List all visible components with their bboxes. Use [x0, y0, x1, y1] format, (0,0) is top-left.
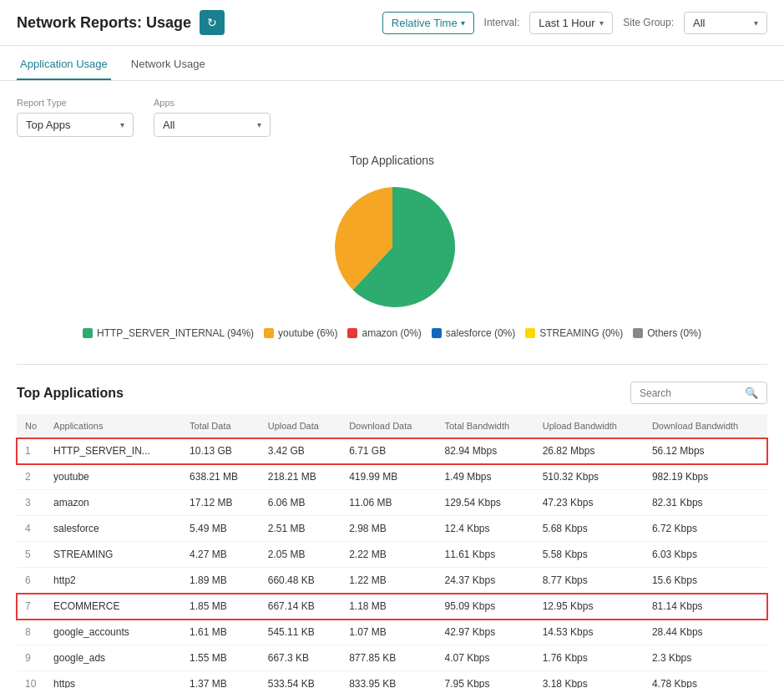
- report-type-group: Report Type Top Apps ▾: [17, 98, 134, 137]
- pie-chart: [326, 180, 459, 314]
- table-row[interactable]: 8 google_accounts 1.61 MB 545.11 KB 1.07…: [17, 620, 767, 645]
- section-divider: [17, 364, 767, 365]
- cell-download: 1.18 MB: [341, 594, 436, 620]
- refresh-button[interactable]: ↻: [200, 10, 225, 35]
- table-column-headers: No Applications Total Data Upload Data D…: [17, 414, 767, 438]
- cell-total-bw: 42.97 Kbps: [436, 620, 534, 645]
- cell-upload-bw: 510.32 Kbps: [534, 464, 644, 490]
- cell-app: youtube: [45, 464, 181, 490]
- cell-upload: 2.51 MB: [260, 516, 341, 542]
- cell-total-bw: 95.09 Kbps: [436, 594, 534, 620]
- cell-total-bw: 7.95 Kbps: [436, 671, 534, 689]
- time-filter-label: Relative Time: [392, 17, 458, 29]
- cell-upload: 3.42 GB: [260, 438, 341, 464]
- cell-total-bw: 12.4 Kbps: [436, 516, 534, 542]
- cell-download-bw: 28.44 Kbps: [644, 620, 767, 645]
- cell-download: 1.07 MB: [341, 620, 436, 645]
- cell-no: 4: [17, 516, 45, 542]
- cell-upload: 533.54 KB: [260, 671, 341, 689]
- legend-label-4: STREAMING (0%): [539, 327, 623, 339]
- cell-app: google_accounts: [45, 620, 181, 645]
- cell-total: 638.21 MB: [181, 464, 260, 490]
- legend-label-3: salesforce (0%): [446, 327, 515, 339]
- table-row[interactable]: 3 amazon 17.12 MB 6.06 MB 11.06 MB 129.5…: [17, 490, 767, 516]
- cell-no: 7: [17, 594, 45, 620]
- table-row[interactable]: 6 http2 1.89 MB 660.48 KB 1.22 MB 24.37 …: [17, 568, 767, 594]
- cell-upload-bw: 1.76 Kbps: [534, 645, 644, 671]
- cell-total-bw: 82.94 Mbps: [436, 438, 534, 464]
- table-title: Top Applications: [17, 386, 124, 401]
- page-title: Network Reports: Usage: [17, 14, 191, 32]
- cell-upload: 218.21 MB: [260, 464, 341, 490]
- site-group-dropdown[interactable]: All ▾: [684, 12, 767, 34]
- cell-upload-bw: 3.18 Kbps: [534, 671, 644, 689]
- cell-download: 419.99 MB: [341, 464, 436, 490]
- search-icon: 🔍: [745, 387, 758, 399]
- chevron-down-icon: ▾: [754, 18, 758, 28]
- cell-app: ECOMMERCE: [45, 594, 181, 620]
- table-row[interactable]: 1 HTTP_SERVER_IN... 10.13 GB 3.42 GB 6.7…: [17, 438, 767, 464]
- tab-network-usage[interactable]: Network Usage: [128, 49, 209, 80]
- cell-upload: 667.3 KB: [260, 645, 341, 671]
- cell-no: 5: [17, 542, 45, 568]
- cell-download-bw: 56.12 Mbps: [644, 438, 767, 464]
- interval-value: Last 1 Hour: [539, 17, 594, 29]
- legend-color-2: [347, 328, 357, 338]
- table-row[interactable]: 10 https 1.37 MB 533.54 KB 833.95 KB 7.9…: [17, 671, 767, 689]
- col-total-bandwidth: Total Bandwidth: [436, 414, 534, 438]
- cell-download: 1.22 MB: [341, 568, 436, 594]
- cell-upload: 660.48 KB: [260, 568, 341, 594]
- legend-item-2: amazon (0%): [347, 327, 421, 339]
- cell-app: salesforce: [45, 516, 181, 542]
- cell-upload-bw: 26.82 Mbps: [534, 438, 644, 464]
- cell-download-bw: 6.03 Kbps: [644, 542, 767, 568]
- col-download-data: Download Data: [341, 414, 436, 438]
- apps-value: All: [163, 119, 175, 131]
- table-row[interactable]: 2 youtube 638.21 MB 218.21 MB 419.99 MB …: [17, 464, 767, 490]
- legend-color-0: [83, 328, 93, 338]
- cell-upload: 2.05 MB: [260, 542, 341, 568]
- apps-group: Apps All ▾: [154, 98, 271, 137]
- pie-chart-container: [17, 180, 767, 314]
- chevron-down-icon: ▾: [599, 18, 604, 28]
- cell-total: 4.27 MB: [181, 542, 260, 568]
- chevron-down-icon: ▾: [257, 120, 261, 129]
- cell-total-bw: 11.61 Kbps: [436, 542, 534, 568]
- legend-label-0: HTTP_SERVER_INTERNAL (94%): [97, 327, 254, 339]
- cell-total: 5.49 MB: [181, 516, 260, 542]
- tab-application-usage[interactable]: Application Usage: [17, 49, 111, 80]
- search-box[interactable]: 🔍: [630, 382, 767, 404]
- cell-download: 877.85 KB: [341, 645, 436, 671]
- chevron-down-icon: ▾: [461, 18, 465, 28]
- legend-label-5: Others (0%): [647, 327, 701, 339]
- cell-upload-bw: 47.23 Kbps: [534, 490, 644, 516]
- cell-total: 17.12 MB: [181, 490, 260, 516]
- apps-dropdown[interactable]: All ▾: [154, 113, 271, 137]
- cell-download: 6.71 GB: [341, 438, 436, 464]
- cell-app: HTTP_SERVER_IN...: [45, 438, 181, 464]
- chart-legend: HTTP_SERVER_INTERNAL (94%) youtube (6%) …: [17, 327, 767, 339]
- cell-upload: 6.06 MB: [260, 490, 341, 516]
- cell-no: 2: [17, 464, 45, 490]
- cell-total: 10.13 GB: [181, 438, 260, 464]
- cell-upload-bw: 14.53 Kbps: [534, 620, 644, 645]
- report-type-label: Report Type: [17, 98, 134, 108]
- apps-table: No Applications Total Data Upload Data D…: [17, 414, 767, 688]
- refresh-icon: ↻: [207, 16, 217, 29]
- col-total-data: Total Data: [181, 414, 260, 438]
- cell-upload: 667.14 KB: [260, 594, 341, 620]
- cell-total-bw: 4.07 Kbps: [436, 645, 534, 671]
- interval-dropdown[interactable]: Last 1 Hour ▾: [529, 12, 613, 34]
- cell-no: 10: [17, 671, 45, 689]
- report-type-dropdown[interactable]: Top Apps ▾: [17, 113, 134, 137]
- time-filter-dropdown[interactable]: Relative Time ▾: [382, 12, 474, 34]
- table-row[interactable]: 9 google_ads 1.55 MB 667.3 KB 877.85 KB …: [17, 645, 767, 671]
- cell-download-bw: 982.19 Kbps: [644, 464, 767, 490]
- cell-no: 8: [17, 620, 45, 645]
- table-row[interactable]: 5 STREAMING 4.27 MB 2.05 MB 2.22 MB 11.6…: [17, 542, 767, 568]
- search-input[interactable]: [640, 387, 740, 399]
- cell-app: STREAMING: [45, 542, 181, 568]
- cell-download-bw: 81.14 Kbps: [644, 594, 767, 620]
- table-row[interactable]: 7 ECOMMERCE 1.85 MB 667.14 KB 1.18 MB 95…: [17, 594, 767, 620]
- table-row[interactable]: 4 salesforce 5.49 MB 2.51 MB 2.98 MB 12.…: [17, 516, 767, 542]
